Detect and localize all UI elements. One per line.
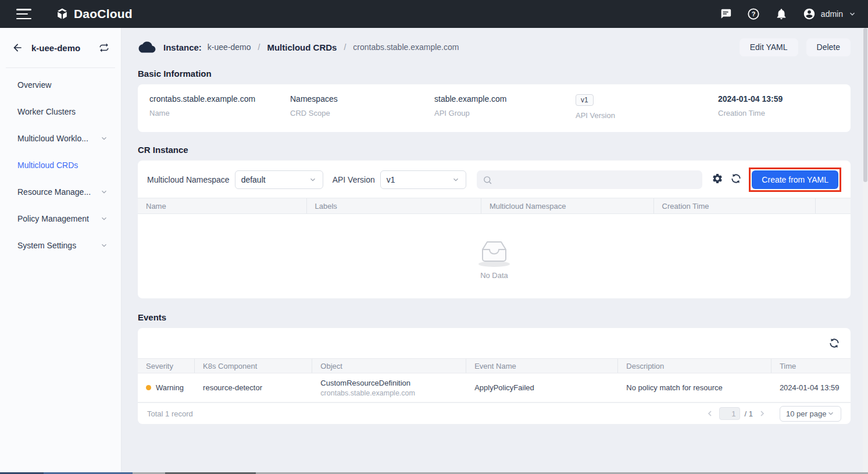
- namespace-filter-label: Multicloud Namespace: [147, 175, 230, 184]
- chevron-down-icon: [100, 188, 108, 196]
- chevron-down-icon: [848, 10, 856, 18]
- sidebar-item-multicloud-workloads[interactable]: Multicloud Worklo...: [0, 125, 121, 152]
- sidebar: k-uee-demo Overview Worker Clusters Mult…: [0, 28, 122, 472]
- scrollbar-thumb[interactable]: [863, 28, 867, 182]
- namespace-select[interactable]: default: [235, 170, 323, 189]
- search-icon: [483, 175, 492, 185]
- search-input[interactable]: [496, 175, 697, 184]
- component-cell: resource-detector: [195, 383, 312, 392]
- severity-value: Warning: [156, 383, 184, 392]
- chevron-down-icon: [827, 409, 835, 418]
- help-icon[interactable]: ?: [747, 8, 760, 20]
- daocloud-logo-icon: [56, 8, 69, 20]
- events-card: Severity K8s Component Object Event Name…: [138, 328, 851, 424]
- breadcrumb-separator: /: [258, 42, 260, 52]
- chevron-down-icon: [100, 134, 108, 142]
- brand-name: DaoCloud: [74, 7, 133, 21]
- search-box[interactable]: [477, 170, 703, 189]
- time-cell: 2024-01-04 13:59: [771, 383, 851, 392]
- events-table-header: Severity K8s Component Object Event Name…: [138, 358, 851, 373]
- refresh-icon[interactable]: [730, 173, 742, 184]
- no-data-text: No Data: [480, 271, 508, 280]
- main-content: Instance: k-uee-demo / Multicloud CRDs /…: [122, 28, 863, 472]
- breadcrumb-separator: /: [344, 42, 346, 52]
- column-severity: Severity: [138, 359, 195, 373]
- breadcrumb-multicloud-crds[interactable]: Multicloud CRDs: [267, 42, 337, 52]
- events-title: Events: [138, 312, 851, 322]
- warning-dot-icon: [146, 385, 151, 390]
- per-page-select[interactable]: 10 per page: [780, 406, 841, 422]
- api-version-select[interactable]: v1: [380, 170, 466, 189]
- field-api-group: stable.example.com API Group: [434, 94, 576, 122]
- field-crd-scope: Namespaces CRD Scope: [290, 94, 434, 122]
- svg-text:?: ?: [751, 10, 755, 17]
- cr-table-header: Name Labels Multicloud Namespace Creatio…: [138, 198, 851, 214]
- no-data-icon: [475, 238, 513, 269]
- basic-information-card: crontabs.stable.example.com Name Namespa…: [138, 84, 851, 132]
- avatar-icon: [803, 8, 816, 20]
- column-object: Object: [312, 359, 466, 373]
- prev-page-icon[interactable]: [705, 409, 715, 418]
- breadcrumb-crd-name: crontabs.stable.example.com: [353, 42, 459, 52]
- gear-icon[interactable]: [712, 173, 723, 184]
- menu-icon[interactable]: [16, 9, 31, 19]
- event-name-cell: ApplyPolicyFailed: [466, 383, 618, 392]
- instance-label: Instance:: [163, 42, 202, 52]
- cluster-title: k-uee-demo: [31, 43, 99, 53]
- basic-information-title: Basic Information: [138, 69, 851, 79]
- field-name: crontabs.stable.example.com Name: [149, 94, 290, 122]
- severity-cell: Warning: [138, 383, 195, 392]
- chat-icon[interactable]: [719, 8, 732, 20]
- total-records: Total 1 record: [147, 409, 705, 418]
- sidebar-item-system-settings[interactable]: System Settings: [0, 232, 121, 259]
- column-actions: [816, 198, 851, 213]
- page-header: Instance: k-uee-demo / Multicloud CRDs /…: [138, 35, 851, 59]
- column-creation-time: Creation Time: [654, 198, 816, 213]
- object-kind: CustomResourceDefinition: [320, 379, 466, 387]
- chevron-down-icon: [100, 241, 108, 250]
- column-name: Name: [138, 198, 307, 213]
- chevron-down-icon: [309, 176, 317, 184]
- switch-instance-icon[interactable]: [99, 42, 109, 53]
- page-number-input[interactable]: [719, 407, 740, 420]
- sidebar-item-worker-clusters[interactable]: Worker Clusters: [0, 98, 121, 125]
- annotation-highlight-box: Create from YAML: [749, 167, 841, 192]
- column-time: Time: [771, 359, 851, 373]
- top-bar: DaoCloud ? admin: [0, 0, 868, 28]
- column-k8s-component: K8s Component: [195, 359, 312, 373]
- api-version-badge: v1: [576, 94, 594, 106]
- cr-instance-card: Multicloud Namespace default API Version…: [138, 161, 851, 298]
- breadcrumb-instance[interactable]: k-uee-demo: [208, 42, 251, 52]
- column-event-name: Event Name: [466, 359, 618, 373]
- scrollbar-track: [863, 28, 868, 472]
- description-cell: No policy match for resource: [618, 383, 771, 392]
- next-page-icon[interactable]: [758, 409, 767, 418]
- delete-button[interactable]: Delete: [806, 38, 851, 56]
- username: admin: [821, 9, 843, 19]
- edit-yaml-button[interactable]: Edit YAML: [740, 38, 798, 56]
- column-multicloud-namespace: Multicloud Namespace: [481, 198, 654, 213]
- field-api-version: v1 API Version: [576, 94, 718, 122]
- events-footer: Total 1 record / 1 10 per page: [138, 402, 851, 424]
- bell-icon[interactable]: [775, 8, 788, 20]
- chevron-down-icon: [452, 176, 460, 184]
- page-total: / 1: [745, 409, 753, 418]
- create-from-yaml-button[interactable]: Create from YAML: [752, 170, 838, 189]
- pagination: / 1 10 per page: [705, 406, 841, 422]
- empty-state: No Data: [138, 214, 851, 304]
- back-icon[interactable]: [12, 42, 23, 54]
- event-row: Warning resource-detector CustomResource…: [138, 373, 851, 402]
- events-refresh-icon[interactable]: [828, 337, 840, 349]
- sidebar-item-overview[interactable]: Overview: [0, 72, 121, 98]
- object-cell: CustomResourceDefinition crontabs.stable…: [312, 379, 466, 397]
- sidebar-item-multicloud-crds[interactable]: Multicloud CRDs: [0, 152, 121, 179]
- field-creation-time: 2024-01-04 13:59 Creation Time: [718, 94, 839, 122]
- chevron-down-icon: [100, 215, 108, 223]
- cr-instance-title: CR Instance: [138, 145, 851, 155]
- cloud-icon: [138, 40, 156, 54]
- user-menu[interactable]: admin: [803, 8, 856, 20]
- sidebar-item-resource-management[interactable]: Resource Manage...: [0, 179, 121, 205]
- sidebar-item-policy-management[interactable]: Policy Management: [0, 205, 121, 232]
- object-name: crontabs.stable.example.com: [320, 389, 466, 397]
- column-labels: Labels: [307, 198, 481, 213]
